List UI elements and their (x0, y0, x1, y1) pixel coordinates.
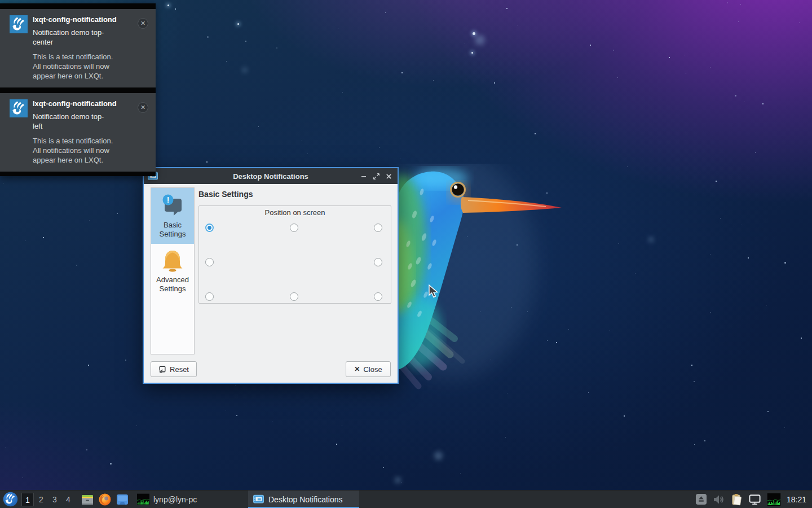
task-label: Desktop Notifications (268, 495, 343, 504)
window-content: ! Basic Settings Advanced Settings Basic… (144, 184, 398, 383)
svg-text:!: ! (167, 195, 170, 204)
minimize-button[interactable] (359, 172, 368, 181)
notification-body: This is a test notification. All notific… (33, 136, 130, 165)
workspace-4-button[interactable]: 4 (62, 493, 74, 506)
groupbox-title: Position on screen (199, 208, 391, 217)
system-tray: 18:21 (695, 493, 812, 506)
mouse-cursor (429, 284, 440, 299)
radio-middle-right[interactable] (374, 258, 382, 266)
restore-button[interactable] (372, 172, 381, 181)
notification-app-name: lxqt-config-notificationd (33, 99, 130, 108)
sidebar-item-basic-settings[interactable]: ! Basic Settings (151, 188, 194, 244)
notification-top-center[interactable]: ✕ lxqt-config-notificationd Notification… (0, 9, 156, 87)
lubuntu-bird-icon (10, 99, 28, 117)
main-menu-button[interactable] (3, 492, 18, 507)
desktop-icon[interactable] (116, 493, 129, 506)
radio-bottom-right[interactable] (374, 292, 382, 301)
clipboard-icon[interactable] (731, 493, 743, 506)
radio-middle-left[interactable] (205, 258, 214, 266)
close-window-button[interactable] (384, 172, 393, 181)
page-title: Basic Settings (198, 190, 253, 199)
workspace-3-button[interactable]: 3 (48, 493, 61, 506)
resource-monitor-icon[interactable] (767, 493, 781, 506)
reset-label: Reset (170, 365, 189, 374)
taskbar: 1 2 3 4 (0, 490, 812, 508)
taskbar-task-desktop-notifications[interactable]: Desktop Notifications (248, 491, 359, 508)
notification-body: This is a test notification. All notific… (33, 52, 130, 81)
notification-stack: ✕ lxqt-config-notificationd Notification… (0, 3, 156, 176)
file-manager-icon[interactable] (81, 493, 94, 506)
sidebar-item-label: Advanced Settings (152, 275, 193, 294)
notification-summary: Notification demo top- left (33, 112, 130, 131)
position-groupbox: Position on screen (198, 205, 391, 304)
radio-top-left[interactable] (205, 224, 214, 232)
workspace-1-button[interactable]: 1 (21, 493, 34, 506)
task-label: lynp@lyn-pc (153, 495, 197, 504)
radio-top-center[interactable] (290, 224, 298, 232)
notification-summary: Notification demo top- center (33, 28, 130, 47)
desktop-notifications-window: Desktop Notifications (143, 167, 399, 384)
workspace-2-button[interactable]: 2 (35, 493, 47, 506)
close-button[interactable]: ✕ Close (346, 361, 391, 377)
quick-launch (81, 493, 129, 506)
display-icon[interactable] (748, 494, 761, 505)
radio-top-right[interactable] (374, 224, 382, 232)
notification-close-icon[interactable]: ✕ (138, 102, 148, 113)
lubuntu-bird-icon (10, 15, 28, 33)
desktop: ✕ lxqt-config-notificationd Notification… (0, 0, 812, 508)
settings-sidebar: ! Basic Settings Advanced Settings (151, 187, 195, 354)
hummingbird-wallpaper-art (389, 164, 575, 406)
window-titlebar[interactable]: Desktop Notifications (144, 168, 398, 184)
notification-close-icon[interactable]: ✕ (138, 18, 148, 29)
radio-bottom-center[interactable] (290, 292, 298, 301)
radio-bottom-left[interactable] (205, 292, 214, 301)
bell-icon (160, 249, 185, 273)
terminal-monitor-icon (137, 493, 149, 505)
sidebar-item-advanced-settings[interactable]: Advanced Settings (151, 244, 194, 299)
reset-icon (158, 365, 166, 373)
removable-media-eject-icon[interactable] (695, 493, 707, 505)
clock[interactable]: 18:21 (787, 495, 806, 504)
reset-button[interactable]: Reset (151, 361, 197, 377)
close-label: Close (363, 365, 382, 374)
notification-bubble-icon: ! (160, 193, 185, 218)
notification-top-left[interactable]: ✕ lxqt-config-notificationd Notification… (0, 93, 156, 172)
close-x-icon: ✕ (354, 365, 360, 373)
volume-icon[interactable] (713, 494, 725, 505)
notification-window-icon (253, 493, 264, 505)
sidebar-item-label: Basic Settings (152, 221, 193, 239)
taskbar-task-terminal[interactable]: lynp@lyn-pc (133, 491, 244, 508)
notification-app-name: lxqt-config-notificationd (33, 15, 130, 24)
firefox-icon[interactable] (98, 493, 112, 506)
